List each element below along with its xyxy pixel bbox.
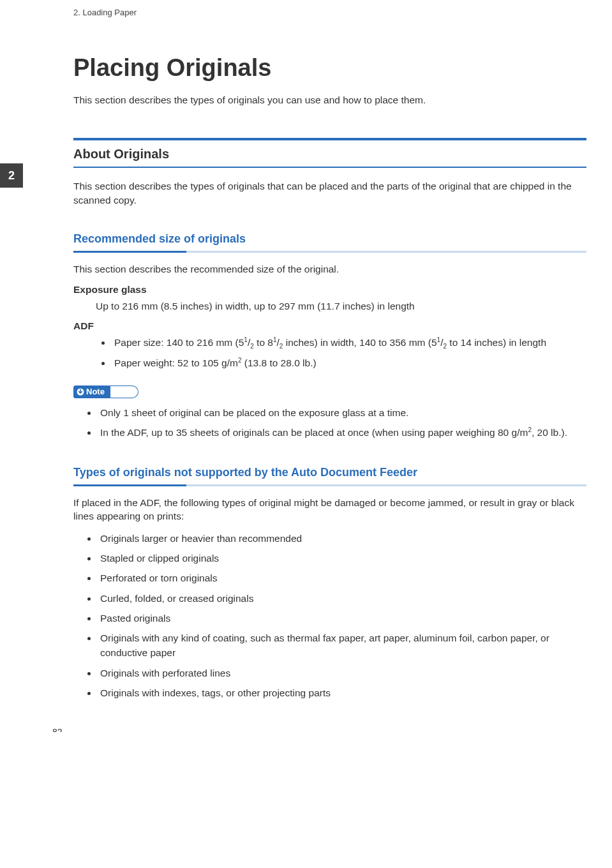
exposure-glass-text: Up to 216 mm (8.5 inches) in width, up t… bbox=[96, 299, 586, 313]
note-list: Only 1 sheet of original can be placed o… bbox=[73, 405, 586, 440]
about-body: This section describes the types of orig… bbox=[73, 179, 586, 207]
note-callout: Note bbox=[73, 385, 138, 399]
exposure-glass-label: Exposure glass bbox=[73, 284, 586, 296]
list-item: Stapled or clipped originals bbox=[98, 551, 586, 565]
list-item: Originals with perforated lines bbox=[98, 666, 586, 680]
list-item: Originals with any kind of coating, such… bbox=[98, 631, 586, 661]
list-item: Paper size: 140 to 216 mm (51/2 to 81/2 … bbox=[112, 336, 586, 352]
running-header: 2. Loading Paper bbox=[73, 8, 137, 17]
list-item: Only 1 sheet of original can be placed o… bbox=[98, 405, 586, 420]
unsupported-heading: Types of originals not supported by the … bbox=[73, 466, 586, 479]
section-rule-bottom bbox=[73, 167, 586, 168]
down-arrow-icon bbox=[77, 388, 84, 396]
list-item: In the ADF, up to 35 sheets of originals… bbox=[98, 425, 586, 440]
recommended-body: This section describes the recommended s… bbox=[73, 262, 586, 276]
list-item: Pasted originals bbox=[98, 611, 586, 625]
list-item: Perforated or torn originals bbox=[98, 571, 586, 585]
unsupported-body: If placed in the ADF, the following type… bbox=[73, 496, 586, 523]
page-number: 82 bbox=[52, 727, 63, 732]
page-title: Placing Originals bbox=[73, 54, 586, 82]
intro-text: This section describes the types of orig… bbox=[73, 94, 586, 106]
unsupported-list: Originals larger or heavier than recomme… bbox=[73, 531, 586, 700]
adf-label: ADF bbox=[73, 320, 586, 332]
about-heading: About Originals bbox=[73, 147, 586, 161]
subsection-rule bbox=[73, 484, 586, 486]
list-item: Curled, folded, or creased originals bbox=[98, 591, 586, 606]
note-label: Note bbox=[86, 387, 105, 396]
section-rule-top bbox=[73, 138, 586, 140]
list-item: Originals larger or heavier than recomme… bbox=[98, 531, 586, 546]
chapter-tab: 2 bbox=[0, 163, 23, 188]
recommended-heading: Recommended size of originals bbox=[73, 232, 586, 246]
list-item: Paper weight: 52 to 105 g/m2 (13.8 to 28… bbox=[112, 356, 586, 371]
list-item: Originals with indexes, tags, or other p… bbox=[98, 685, 586, 700]
adf-list: Paper size: 140 to 216 mm (51/2 to 81/2 … bbox=[73, 336, 586, 371]
subsection-rule bbox=[73, 251, 586, 253]
